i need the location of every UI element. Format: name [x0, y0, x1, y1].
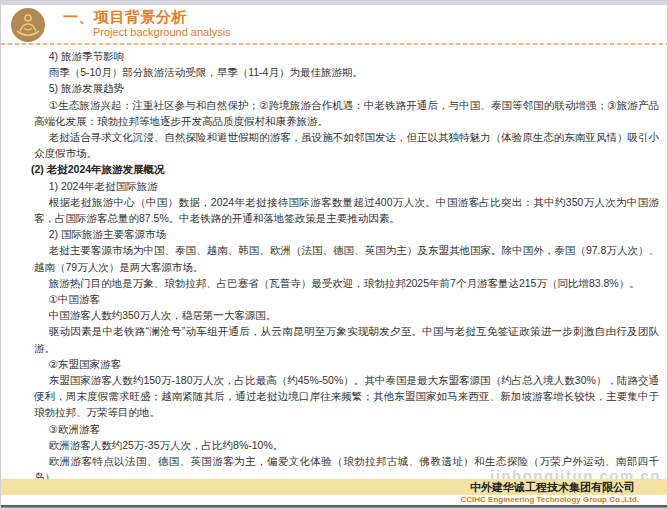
- page-subtitle: Project background analysis: [93, 26, 231, 38]
- footer-company-cn: 中外建华诚工程技术集团有限公司: [1, 479, 667, 495]
- footer: 中外建华诚工程技术集团有限公司 CCIHC Engineering Techno…: [1, 479, 667, 508]
- paragraph: 欧洲游客人数约25万-35万人次，占比约8%-10%。: [34, 437, 659, 453]
- window-top-edge: [1, 1, 667, 5]
- dotted-divider: [1, 43, 667, 45]
- title-number: 一、: [63, 8, 94, 25]
- page-title: 一、项目背景分析: [63, 8, 231, 27]
- paragraph: 东盟国家游客人数约150万-180万人次，占比最高（约45%-50%）。其中泰国…: [34, 372, 659, 421]
- paragraph: 老挝主要客源市场为中国、泰国、越南、韩国、欧洲（法国、德国、英国为主）及东盟其他…: [34, 242, 659, 274]
- paragraph: 根据老挝旅游中心（中国）数据，2024年老挝接待国际游客数量超过400万人次。中…: [34, 194, 659, 226]
- paragraph: ②东盟国家游客: [34, 356, 659, 372]
- paragraph: 4) 旅游季节影响: [34, 48, 659, 64]
- header-title-block: 一、项目背景分析 Project background analysis: [63, 8, 231, 38]
- paragraph: 5) 旅游发展趋势: [34, 80, 659, 96]
- paragraph: ①中国游客: [34, 291, 659, 307]
- paragraph: 老挝适合寻求文化沉浸、自然探险和避世假期的游客，虽设施不如邻国发达，但正以其独特…: [34, 129, 659, 161]
- paragraph: ①生态旅游兴起：注重社区参与和自然保护；②跨境旅游合作机遇：中老铁路开通后，与中…: [34, 97, 659, 129]
- meditation-lotus-icon: [11, 8, 45, 42]
- paragraph: 中国游客人数约350万人次，稳居第一大客源国。: [34, 307, 659, 323]
- section-heading: (2) 老挝2024年旅游发展概况: [31, 161, 659, 177]
- paragraph: 旅游热门目的地是万象、琅勃拉邦、占巴塞省（瓦普寺）最受欢迎，琅勃拉邦2025年前…: [34, 275, 659, 291]
- slide-page: 一、项目背景分析 Project background analysis 4) …: [0, 0, 668, 509]
- title-text: 项目背景分析: [94, 8, 187, 25]
- section-header: 一、项目背景分析 Project background analysis: [11, 7, 667, 43]
- paragraph: 1) 2024年老挝国际旅游: [34, 178, 659, 194]
- paragraph: ③欧洲游客: [34, 421, 659, 437]
- paragraph: 雨季（5-10月）部分旅游活动受限，旱季（11-4月）为最佳旅游期。: [34, 64, 659, 80]
- paragraph: 驱动因素是中老铁路“澜沧号”动车组开通后，从云南昆明至万象实现朝发夕至。中国与老…: [34, 323, 659, 355]
- body-text: 4) 旅游季节影响雨季（5-10月）部分旅游活动受限，旱季（11-4月）为最佳旅…: [34, 48, 659, 509]
- window-bottom-edge: [1, 505, 667, 508]
- footer-company-en: CCIHC Engineering Technology Group Co.,L…: [1, 495, 667, 505]
- paragraph: 2) 国际旅游主要客源市场: [34, 226, 659, 242]
